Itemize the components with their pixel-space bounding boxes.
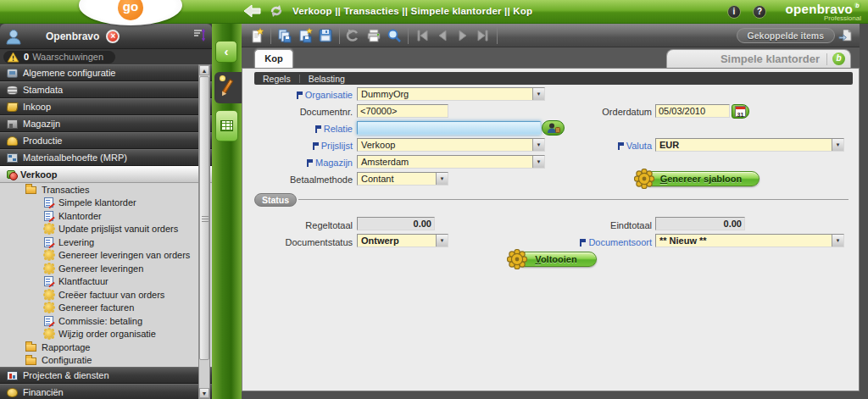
documentnr-input[interactable] xyxy=(357,104,448,118)
documentsoort-select[interactable]: ** Nieuw ** ▼ xyxy=(655,234,844,247)
save-and-new-button[interactable] xyxy=(275,26,295,45)
status-section-title: Status xyxy=(254,193,297,207)
sidebar-item-configuratie[interactable]: Configuratie xyxy=(0,354,212,368)
sidebar-item-rapportage[interactable]: Rapportage xyxy=(0,341,212,354)
business-partner-search-icon[interactable] xyxy=(542,120,565,136)
main-area: Gekoppelde items Kop Simpele klantorder … xyxy=(242,24,860,391)
betaalmethode-select[interactable]: Contant ▼ xyxy=(357,172,448,186)
sidebar-item-creeer-factuur-van-orders[interactable]: Creëer factuur van orders xyxy=(0,288,212,302)
folder-icon xyxy=(25,357,36,365)
required-flag-icon xyxy=(297,91,303,99)
top-navigation-bar: go Verkoop || Transacties || Simpele kla… xyxy=(0,0,868,24)
gear-icon xyxy=(45,224,53,233)
edit-mode-tab[interactable] xyxy=(214,72,242,103)
dropdown-arrow-icon[interactable]: ▼ xyxy=(832,139,843,151)
scrollbar-thumb[interactable] xyxy=(199,76,209,360)
scroll-down-icon[interactable]: ▼ xyxy=(199,388,209,398)
menu-label: Commissie: betaling xyxy=(58,316,142,326)
menu-label: Rapportage xyxy=(42,342,91,352)
magazijn-select[interactable]: Amsterdam ▼ xyxy=(357,155,545,169)
last-record-button[interactable] xyxy=(473,26,493,45)
tab-kop[interactable]: Kop xyxy=(254,49,293,68)
collapse-sidebar-icon[interactable]: ‹ xyxy=(215,41,237,63)
organisatie-value: DummyOrg xyxy=(361,89,409,99)
menu-label: Genereer leveringen xyxy=(58,263,143,274)
previous-record-button[interactable] xyxy=(432,26,453,45)
close-icon[interactable]: × xyxy=(106,30,120,43)
menu-label: Inkoop xyxy=(23,102,51,112)
next-record-button[interactable] xyxy=(453,26,473,45)
documentstatus-select[interactable]: Ontwerp ▼ xyxy=(357,234,448,247)
refresh-icon[interactable] xyxy=(269,3,289,20)
expand-menu-icon[interactable] xyxy=(192,27,207,46)
subtab-regels[interactable]: Regels xyxy=(254,74,299,84)
menu-label: Creëer factuur van orders xyxy=(58,290,164,300)
toolbar-separator xyxy=(497,27,498,44)
relatie-input[interactable] xyxy=(357,121,541,135)
sidebar-item-materiaalbehoefte-mrp[interactable]: Materiaalbehoefte (MRP) xyxy=(0,149,212,166)
grid-view-button[interactable] xyxy=(215,110,238,141)
sidebar-item-stamdata[interactable]: Stamdata xyxy=(0,81,212,98)
prijslijst-value: Verkoop xyxy=(361,140,395,150)
linked-items-icon[interactable] xyxy=(838,28,853,42)
organisatie-select[interactable]: DummyOrg ▼ xyxy=(357,87,545,101)
sidebar-item-genereer-leveringen[interactable]: Genereer leveringen xyxy=(0,262,212,275)
sidebar-item-klantfactuur[interactable]: Klantfactuur xyxy=(0,275,212,289)
sidebar-item-levering[interactable]: Levering xyxy=(0,236,212,249)
sidebar-item-update-prijslijst[interactable]: Update prijslijst vanuit orders xyxy=(0,223,212,236)
calendar-icon[interactable]: 31 xyxy=(732,104,749,119)
back-icon[interactable] xyxy=(243,3,264,20)
sidebar-item-magazijn[interactable]: Magazijn xyxy=(0,115,212,132)
dropdown-arrow-icon[interactable]: ▼ xyxy=(532,156,544,168)
required-flag-icon xyxy=(315,125,321,133)
sidebar-item-verkoop[interactable]: Verkoop xyxy=(0,166,212,183)
new-record-button[interactable] xyxy=(247,26,267,45)
sidebar-item-klantorder[interactable]: Klantorder xyxy=(0,209,212,223)
sidebar-item-simpele-klantorder[interactable]: Simpele klantorder xyxy=(0,197,212,210)
warnings-bar[interactable]: 0 Waarschuwingen xyxy=(0,49,212,64)
required-flag-icon xyxy=(307,159,313,167)
cart-icon xyxy=(6,103,18,112)
print-button[interactable] xyxy=(364,26,384,45)
sidebar-item-financien[interactable]: Financiën xyxy=(0,384,212,399)
prijslijst-select[interactable]: Verkoop ▼ xyxy=(357,138,545,152)
calendar-day: 31 xyxy=(735,106,746,117)
undo-button[interactable] xyxy=(343,26,364,45)
save-edit-new-button[interactable] xyxy=(295,26,315,45)
save-button[interactable] xyxy=(315,26,336,45)
first-record-button[interactable] xyxy=(412,26,432,45)
sidebar-scrollbar[interactable]: ▲ ▼ xyxy=(198,64,210,399)
orderdatum-input[interactable] xyxy=(655,104,730,118)
dropdown-arrow-icon[interactable]: ▼ xyxy=(436,173,448,185)
generate-template-button[interactable]: Genereer sjabloon xyxy=(643,171,760,186)
sidebar-item-projecten-diensten[interactable]: Projecten & diensten xyxy=(0,367,212,384)
subtab-belasting[interactable]: Belasting xyxy=(300,74,353,84)
database-icon xyxy=(7,86,18,95)
sidebar-item-productie[interactable]: Productie xyxy=(0,132,212,149)
sidebar-item-algemene-configuratie[interactable]: Algemene configuratie xyxy=(0,64,212,81)
sidebar-item-inkoop[interactable]: Inkoop xyxy=(0,98,212,115)
complete-label: Voltooien xyxy=(516,252,596,266)
sidebar-item-genereer-leveringen-van-orders[interactable]: Genereer leveringen van orders xyxy=(0,249,212,263)
sidebar-item-genereer-facturen[interactable]: Genereer facturen xyxy=(0,302,212,315)
breadcrumb[interactable]: Verkoop || Transacties || Simpele klanto… xyxy=(292,6,532,16)
search-button[interactable] xyxy=(384,26,404,45)
betaalmethode-value: Contant xyxy=(361,174,394,184)
menu-label: Stamdata xyxy=(23,85,63,95)
dropdown-arrow-icon[interactable]: ▼ xyxy=(532,88,544,100)
info-icon[interactable]: i xyxy=(727,5,741,19)
help-icon[interactable]: ? xyxy=(753,5,766,19)
complete-button[interactable]: Voltooien xyxy=(515,252,597,267)
sidebar-item-wijzig-order-organisatie[interactable]: Wijzig order organisatie xyxy=(0,328,212,341)
sidebar-splitter[interactable]: ‹ xyxy=(212,24,242,399)
openbravo-b-icon: b xyxy=(832,53,845,65)
valuta-select[interactable]: EUR ▼ xyxy=(655,138,844,152)
dropdown-arrow-icon[interactable]: ▼ xyxy=(832,235,843,247)
dropdown-arrow-icon[interactable]: ▼ xyxy=(436,235,448,247)
sidebar-item-commissie-betaling[interactable]: Commissie: betaling xyxy=(0,314,212,328)
linked-items-button[interactable]: Gekoppelde items xyxy=(737,28,835,43)
scroll-up-icon[interactable]: ▲ xyxy=(199,65,209,75)
application-window: go Verkoop || Transacties || Simpele kla… xyxy=(0,0,868,399)
warnings-pill[interactable]: 0 Waarschuwingen xyxy=(3,51,115,64)
sidebar-item-transacties[interactable]: Transacties xyxy=(0,183,212,197)
